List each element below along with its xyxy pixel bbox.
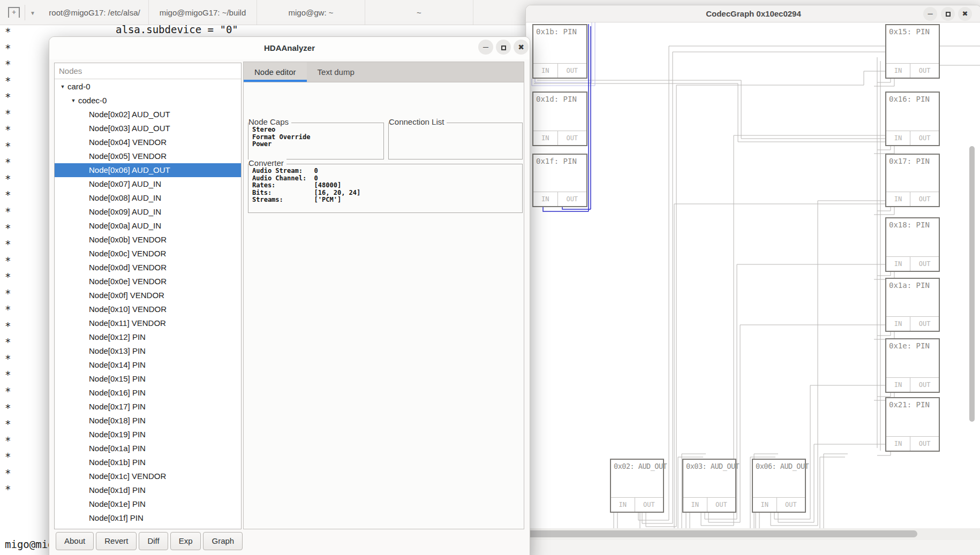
close-icon[interactable]: ✖ [958, 7, 972, 21]
tree-item[interactable]: Node[0x05] VENDOR [55, 149, 241, 163]
graph-node-label: 0x03: AUD_OUT [683, 460, 735, 470]
graph-node-ports: IN OUT [533, 63, 586, 78]
graph-node[interactable]: 0x18: PIN IN OUT [885, 217, 940, 272]
tree-item[interactable]: Node[0x17] PIN [55, 400, 241, 414]
tree-item[interactable]: Node[0x18] PIN [55, 414, 241, 428]
tree-item[interactable]: Node[0x03] AUD_OUT [55, 121, 241, 135]
port-in: IN [753, 498, 777, 512]
port-in: IN [886, 317, 910, 331]
port-in: IN [886, 131, 910, 145]
tree-item[interactable]: ▼ codec-0 [55, 94, 241, 108]
tree-item-label: Node[0x19] PIN [89, 428, 146, 442]
tree-item[interactable]: Node[0x1e] PIN [55, 497, 241, 511]
editor-tab[interactable]: Node editor [244, 62, 307, 82]
graph-node[interactable]: 0x16: PIN IN OUT [885, 92, 940, 146]
tree-item[interactable]: Node[0x0b] VENDOR [55, 233, 241, 247]
graph-node-label: 0x15: PIN [886, 25, 939, 36]
graph-node-label: 0x06: AUD_OUT [753, 460, 805, 470]
tree-item-label: Node[0x14] PIN [89, 358, 146, 372]
graph-node[interactable]: 0x1e: PIN IN OUT [885, 338, 940, 393]
tree-item-label: Node[0x1b] PIN [89, 455, 146, 469]
horizontal-scrollbar[interactable] [526, 530, 917, 537]
expander-icon[interactable]: ▼ [58, 80, 67, 94]
tree-item-label: Node[0x10] VENDOR [89, 302, 167, 316]
terminal-tab[interactable]: ~ [365, 0, 473, 25]
terminal-tab[interactable]: root@migoG17: /etc/alsa/ [41, 0, 149, 25]
graph-node[interactable]: 0x03: AUD_OUT IN OUT [682, 459, 736, 513]
port-in: IN [533, 131, 557, 145]
action-button[interactable]: Diff [139, 532, 168, 550]
tree-item[interactable]: Node[0x13] PIN [55, 344, 241, 358]
action-button[interactable]: Revert [96, 532, 137, 550]
chevron-down-icon[interactable]: ▼ [30, 10, 35, 16]
tree-item[interactable]: Node[0x08] AUD_IN [55, 191, 241, 205]
port-out: OUT [910, 437, 939, 451]
graph-node-ports: IN OUT [886, 377, 939, 392]
nodes-panel: Nodes ▼ card-0 ▼ codec-0 Node[0x02] AUD_… [54, 63, 242, 529]
tree-item[interactable]: Node[0x11] VENDOR [55, 316, 241, 330]
graph-node-ports: IN OUT [886, 436, 939, 451]
graph-node[interactable]: 0x02: AUD_OUT IN OUT [610, 459, 664, 513]
maximize-icon[interactable] [496, 40, 511, 55]
tree-item[interactable]: Node[0x07] AUD_IN [55, 177, 241, 191]
tree-item[interactable]: Node[0x14] PIN [55, 358, 241, 372]
new-tab-icon[interactable]: + [8, 7, 20, 18]
minimize-icon[interactable]: ─ [478, 40, 493, 55]
action-button[interactable]: Graph [203, 532, 243, 550]
maximize-icon[interactable] [941, 7, 955, 21]
graph-node-label: 0x02: AUD_OUT [611, 460, 663, 470]
tree-item[interactable]: Node[0x15] PIN [55, 372, 241, 386]
tree-item[interactable]: Node[0x10] VENDOR [55, 302, 241, 316]
tree-item-label: Node[0x18] PIN [89, 414, 146, 428]
graph-node-label: 0x1d: PIN [533, 93, 586, 103]
tree-item[interactable]: Node[0x02] AUD_OUT [55, 108, 241, 121]
port-out: OUT [777, 498, 805, 512]
close-icon[interactable]: ✖ [514, 40, 529, 55]
editor-tab[interactable]: Text dump [307, 62, 365, 82]
terminal-tab[interactable]: migo@migoG17: ~/build [149, 0, 257, 25]
graph-node[interactable]: 0x15: PIN IN OUT [885, 24, 940, 79]
graph-node[interactable]: 0x1f: PIN IN OUT [532, 154, 587, 207]
tree-item[interactable]: Node[0x1a] PIN [55, 442, 241, 455]
tree-item[interactable]: Node[0x0a] AUD_IN [55, 219, 241, 233]
tree-item[interactable]: Node[0x09] AUD_IN [55, 205, 241, 219]
hdaanalyzer-titlebar[interactable]: HDAAnalyzer ─ ✖ [49, 37, 530, 59]
nodes-tree[interactable]: ▼ card-0 ▼ codec-0 Node[0x02] AUD_OUT No… [55, 80, 241, 529]
horizontal-scrollbar-track[interactable] [526, 528, 980, 540]
tree-item[interactable]: Node[0x0c] VENDOR [55, 247, 241, 261]
action-button[interactable]: Exp [170, 532, 201, 550]
terminal-tab[interactable]: migo@gw: ~ [257, 0, 365, 25]
tree-item[interactable]: Node[0x06] AUD_OUT [55, 163, 241, 177]
tree-item-label: Node[0x1e] PIN [89, 497, 146, 511]
graph-node-ports: IN OUT [886, 192, 939, 206]
codecgraph-titlebar[interactable]: CodecGraph 0x10ec0294 ─ ✖ [526, 5, 980, 22]
tree-item-label: Node[0x0d] VENDOR [89, 261, 167, 275]
graph-node[interactable]: 0x1d: PIN IN OUT [532, 92, 587, 146]
tree-item[interactable]: Node[0x1b] PIN [55, 455, 241, 469]
graph-node[interactable]: 0x17: PIN IN OUT [885, 154, 940, 207]
tree-item[interactable]: Node[0x16] PIN [55, 386, 241, 400]
codecgraph-title: CodecGraph 0x10ec0294 [526, 9, 980, 18]
tree-item[interactable]: Node[0x0e] VENDOR [55, 275, 241, 288]
action-button[interactable]: About [56, 532, 94, 550]
tree-item[interactable]: Node[0x0d] VENDOR [55, 261, 241, 275]
tree-item[interactable]: ▼ card-0 [55, 80, 241, 94]
tree-item[interactable]: Node[0x0f] VENDOR [55, 288, 241, 302]
tree-item-label: Node[0x1a] PIN [89, 442, 146, 455]
tree-item[interactable]: Node[0x1f] PIN [55, 511, 241, 525]
tree-item[interactable]: Node[0x1c] VENDOR [55, 469, 241, 483]
graph-node[interactable]: 0x06: AUD_OUT IN OUT [752, 459, 806, 513]
expander-icon[interactable]: ▼ [69, 94, 78, 108]
vertical-scrollbar[interactable] [969, 146, 975, 422]
graph-node-ports: IN OUT [886, 63, 939, 78]
tree-item[interactable]: Node[0x12] PIN [55, 330, 241, 344]
tree-item[interactable]: Node[0x19] PIN [55, 428, 241, 442]
graph-node[interactable]: 0x1b: PIN IN OUT [532, 24, 587, 79]
tree-item[interactable]: Node[0x1d] PIN [55, 483, 241, 497]
graph-node[interactable]: 0x1a: PIN IN OUT [885, 278, 940, 332]
graph-node[interactable]: 0x21: PIN IN OUT [885, 397, 940, 452]
tree-item[interactable]: Node[0x20] VENDOR [55, 525, 241, 529]
graph-node-label: 0x18: PIN [886, 218, 939, 229]
tree-item[interactable]: Node[0x04] VENDOR [55, 135, 241, 149]
minimize-icon[interactable]: ─ [923, 7, 937, 21]
